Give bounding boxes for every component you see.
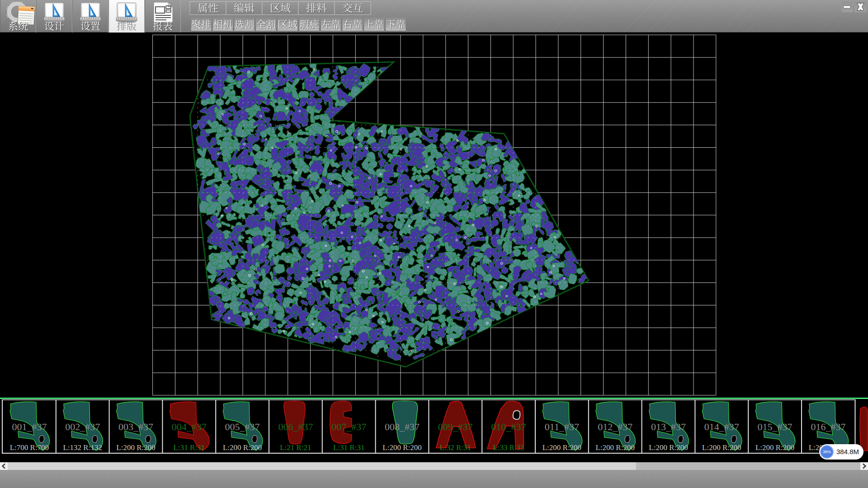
svg-text:001_#37: 001_#37: [12, 421, 47, 432]
svg-text:L:200 R:200: L:200 R:200: [116, 443, 155, 452]
svg-text:003_#37: 003_#37: [118, 421, 153, 432]
svg-text:014_#37: 014_#37: [704, 421, 739, 432]
svg-text:007_#37: 007_#37: [331, 421, 366, 432]
svg-text:L:31 R:31: L:31 R:31: [174, 443, 205, 452]
svg-text:012_#37: 012_#37: [598, 421, 632, 432]
svg-text:006_#37: 006_#37: [278, 421, 313, 432]
svg-text:016_#37: 016_#37: [811, 421, 845, 432]
svg-text:015_#37: 015_#37: [758, 421, 793, 432]
svg-text:L:32 R:31: L:32 R:31: [440, 443, 471, 452]
svg-text:L:31 R:31: L:31 R:31: [333, 443, 364, 452]
svg-text:L:200 R:200: L:200 R:200: [755, 443, 794, 452]
svg-text:L:200 R:200: L:200 R:200: [595, 443, 634, 452]
svg-text:L:33 R:33: L:33 R:33: [493, 443, 524, 452]
svg-text:L:200 R:200: L:200 R:200: [542, 443, 581, 452]
svg-text:008_#37: 008_#37: [385, 421, 420, 432]
svg-text:004_#37: 004_#37: [172, 421, 207, 432]
svg-text:L:200 R:200: L:200 R:200: [382, 443, 421, 452]
svg-text:002_#37: 002_#37: [65, 421, 100, 432]
svg-text:L:132 R:132: L:132 R:132: [63, 443, 102, 452]
svg-text:010_#37: 010_#37: [491, 421, 526, 432]
svg-text:L:200 R:200: L:200 R:200: [649, 443, 688, 452]
svg-text:L:200 R:200: L:200 R:200: [223, 443, 262, 452]
svg-text:011_#37: 011_#37: [545, 421, 579, 432]
svg-text:L:200 R:200: L:200 R:200: [702, 443, 741, 452]
svg-text:009_#37: 009_#37: [438, 421, 473, 432]
svg-text:005_#37: 005_#37: [225, 421, 260, 432]
svg-text:013_#37: 013_#37: [651, 421, 686, 432]
svg-text:L:700 R:700: L:700 R:700: [10, 443, 49, 452]
svg-text:L:21 R:21: L:21 R:21: [280, 443, 311, 452]
